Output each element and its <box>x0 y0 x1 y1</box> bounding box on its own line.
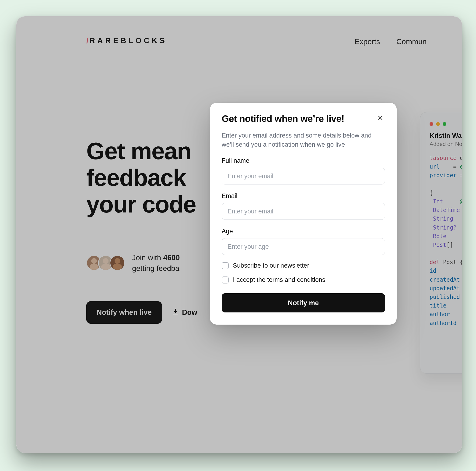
close-dot-icon <box>430 122 433 126</box>
svg-rect-5 <box>101 264 110 270</box>
notify-when-live-button[interactable]: Notify when live <box>86 301 162 324</box>
download-label: Dow <box>182 308 197 317</box>
join-text: Join with 4600 getting feedba <box>132 252 180 274</box>
hero-line-1: Get mean <box>86 138 191 164</box>
download-icon <box>172 308 179 317</box>
terms-label: I accept the terms and conditions <box>233 276 325 284</box>
modal-title: Get notified when we’re live! <box>222 113 344 124</box>
svg-point-4 <box>103 258 108 264</box>
label-fullname: Full name <box>222 157 385 164</box>
code-added-date: Added on Nov <box>430 141 462 147</box>
label-age: Age <box>222 228 385 235</box>
logo[interactable]: /RAREBLOCKS <box>86 36 167 45</box>
minimize-dot-icon <box>436 122 440 126</box>
cta-row: Notify when live Dow <box>86 301 197 324</box>
field-fullname: Full name <box>222 157 385 184</box>
svg-rect-2 <box>90 264 99 270</box>
newsletter-label: Subscribe to our newsletter <box>233 262 309 269</box>
app-frame: /RAREBLOCKS Experts Commun Get mean feed… <box>16 16 462 453</box>
svg-point-7 <box>115 258 120 264</box>
terms-checkbox[interactable] <box>222 276 229 284</box>
code-block: tasource db { url = env( provider = "pos… <box>430 154 462 328</box>
avatar <box>110 255 125 271</box>
avatar-stack <box>86 255 125 271</box>
notify-me-button[interactable]: Notify me <box>222 293 385 312</box>
logo-text: RAREBLOCKS <box>89 36 167 45</box>
notify-modal: Get notified when we’re live! Enter your… <box>210 103 397 325</box>
nav-link-experts[interactable]: Experts <box>355 37 380 46</box>
window-traffic-lights <box>430 122 462 126</box>
fullname-input[interactable] <box>222 168 385 184</box>
field-email: Email <box>222 192 385 220</box>
nav-link-community[interactable]: Commun <box>396 37 426 46</box>
zoom-dot-icon <box>443 122 446 126</box>
field-age: Age <box>222 228 385 255</box>
age-input[interactable] <box>222 238 385 255</box>
svg-rect-8 <box>113 264 122 270</box>
hero-line-3: your code <box>86 191 196 218</box>
join-line-2: getting feedba <box>132 264 179 272</box>
code-author: Kristin Wats <box>430 132 462 139</box>
site-header: /RAREBLOCKS Experts Commun <box>16 16 462 58</box>
email-input[interactable] <box>222 203 385 220</box>
code-card: Kristin Wats Added on Nov tasource db { … <box>420 112 462 374</box>
hero-line-2: feedback <box>86 164 186 191</box>
logo-slash: / <box>86 36 89 45</box>
close-button[interactable] <box>376 113 385 123</box>
join-row: Join with 4600 getting feedba <box>86 252 180 274</box>
check-newsletter-row: Subscribe to our newsletter <box>222 262 385 269</box>
join-count: 4600 <box>163 253 180 262</box>
check-terms-row: I accept the terms and conditions <box>222 276 385 284</box>
join-prefix: Join with <box>132 253 163 262</box>
label-email: Email <box>222 192 385 200</box>
main-nav: Experts Commun <box>355 37 426 46</box>
download-link[interactable]: Dow <box>172 308 197 317</box>
svg-point-1 <box>91 258 97 264</box>
close-icon <box>377 115 383 122</box>
newsletter-checkbox[interactable] <box>222 262 229 269</box>
modal-description: Enter your email address and some detail… <box>222 131 385 149</box>
